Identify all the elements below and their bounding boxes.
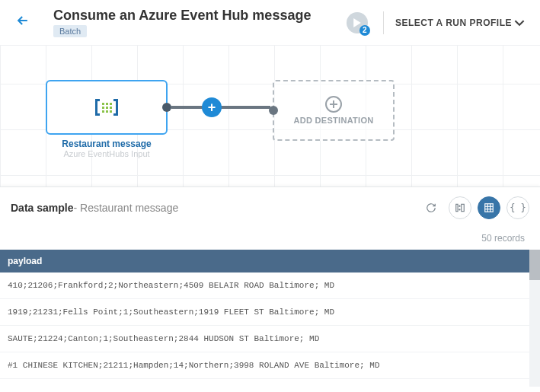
source-node-label: Restaurant message	[46, 139, 168, 149]
table-row[interactable]: 410;21206;Frankford;2;Northeastern;4509 …	[0, 272, 540, 299]
braces-icon: { }	[510, 202, 526, 213]
batch-badge: Batch	[53, 25, 87, 37]
run-profile-dropdown[interactable]: SELECT A RUN PROFILE	[395, 18, 525, 28]
records-count: 50 records	[0, 228, 540, 250]
svg-point-1	[459, 206, 460, 206]
destination-placeholder[interactable]: ADD DESTINATION	[273, 80, 395, 141]
pipeline-canvas[interactable]: + Restaurant message Azure EventHubs Inp…	[0, 45, 540, 190]
view-toggle-button[interactable]	[449, 196, 471, 219]
destination-label: ADD DESTINATION	[293, 116, 373, 125]
grid-icon	[484, 202, 494, 213]
chevron-down-icon	[514, 18, 525, 28]
table-row[interactable]: SAUTE;21224;Canton;1;Southeastern;2844 H…	[0, 326, 540, 352]
add-node-button[interactable]: +	[202, 97, 222, 117]
svg-point-2	[459, 209, 460, 210]
source-node[interactable]: Restaurant message Azure EventHubs Input	[46, 80, 168, 158]
run-badge: 2	[359, 25, 370, 36]
table-view-button[interactable]	[478, 196, 500, 219]
json-view-button[interactable]: { }	[506, 196, 529, 219]
eventhub-icon	[95, 99, 118, 116]
svg-rect-4	[485, 204, 494, 212]
run-button[interactable]: 2	[347, 12, 368, 33]
back-arrow-icon[interactable]	[15, 13, 30, 33]
table-row[interactable]: 1919;21231;Fells Point;1;Southeastern;19…	[0, 299, 540, 326]
table-body: 410;21206;Frankford;2;Northeastern;4509 …	[0, 272, 540, 387]
title-block: Consume an Azure Event Hub message Batch	[53, 8, 347, 37]
run-profile-label: SELECT A RUN PROFILE	[395, 18, 512, 28]
data-sample-panel: Data sample - Restaurant message { } 50 …	[0, 186, 540, 392]
output-port[interactable]	[162, 103, 171, 112]
scrollbar-thumb[interactable]	[529, 250, 540, 280]
panel-subtitle: - Restaurant message	[73, 202, 178, 214]
divider	[383, 11, 384, 34]
table-row[interactable]: #1 CHINESE KITCHEN;21211;Hampden;14;Nort…	[0, 352, 540, 379]
page-title: Consume an Azure Event Hub message	[53, 8, 347, 24]
plus-circle-icon	[325, 96, 342, 113]
refresh-button[interactable]	[420, 196, 443, 219]
svg-rect-3	[462, 204, 465, 211]
column-header[interactable]: payload	[0, 250, 540, 272]
scrollbar-track[interactable]	[529, 250, 540, 387]
svg-rect-0	[456, 204, 458, 211]
refresh-icon	[426, 202, 436, 213]
panel-title: Data sample	[11, 202, 73, 214]
columns-icon	[455, 202, 465, 213]
source-node-sublabel: Azure EventHubs Input	[46, 149, 168, 158]
